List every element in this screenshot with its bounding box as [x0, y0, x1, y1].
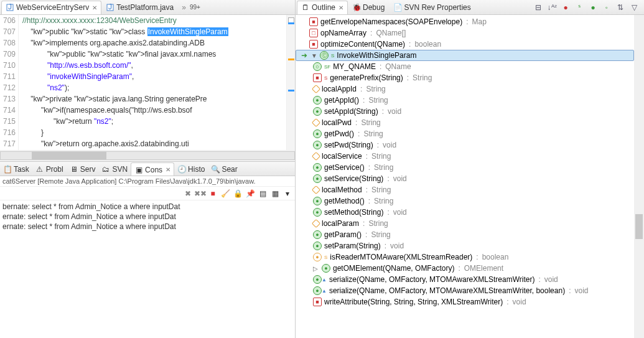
- outline-item[interactable]: ● getParam():String: [296, 229, 634, 240]
- member-type: QName[]: [376, 29, 406, 37]
- code-body[interactable]: //http://xxxx.xxxx.xxxx:12304/WebService…: [19, 15, 286, 150]
- editor-tab-bar: J WebServiceEntryServ ✕ J TestPlatform.j…: [0, 0, 295, 15]
- sort-icon[interactable]: ↓ᴬᶻ: [547, 2, 557, 12]
- outline-tree[interactable]: ■ getEnvelopeNamespaces(SOAPEnvelope):Ma…: [296, 15, 634, 338]
- overview-ruler[interactable]: [286, 15, 295, 150]
- default-field-icon: [312, 219, 320, 228]
- java-file-icon: J: [6, 3, 14, 12]
- member-type: String: [413, 73, 432, 82]
- right-views-tabbar: 🗒 Outline ✕ 🐞 Debug 📄 SVN Rev Properties…: [296, 0, 644, 15]
- outline-item[interactable]: ● setAppId(String):void: [296, 106, 634, 117]
- hide-local-icon[interactable]: ◦: [602, 2, 612, 12]
- editor-tab-second[interactable]: J TestPlatform.java: [101, 1, 178, 14]
- outline-item[interactable]: ●▲ serialize(QName, OMFactory, MTOMAware…: [296, 285, 634, 296]
- member-type: OMElement: [464, 264, 503, 273]
- close-icon[interactable]: ✕: [166, 166, 170, 173]
- focus-icon[interactable]: ⊟: [533, 2, 543, 12]
- private-static-method-icon: ■: [313, 73, 322, 82]
- tab-label: Histo: [188, 165, 205, 174]
- outline-item[interactable]: ■ getEnvelopeNamespaces(SOAPEnvelope):Ma…: [296, 16, 634, 27]
- outline-item[interactable]: ■ optimizeContent(QName):boolean: [296, 39, 634, 50]
- outline-item[interactable]: ■S generatePrefix(String):String: [296, 72, 634, 83]
- close-icon[interactable]: ✕: [338, 4, 343, 11]
- dropdown-icon[interactable]: ▾: [282, 189, 292, 199]
- horizontal-scrollbar[interactable]: [0, 150, 295, 161]
- chevron-right-icon[interactable]: »: [182, 3, 186, 12]
- member-name: localPwd: [322, 118, 352, 127]
- editor-tab-active[interactable]: J WebServiceEntryServ ✕: [1, 1, 101, 14]
- hide-nonpublic-icon[interactable]: ●: [588, 2, 598, 12]
- outline-item[interactable]: ■ writeAttribute(String, String, String,…: [296, 296, 634, 307]
- outline-item[interactable]: ● setPwd(String):void: [296, 139, 634, 151]
- default-field-icon: [312, 85, 320, 93]
- member-type: void: [383, 141, 396, 149]
- tab-outline[interactable]: 🗒 Outline ✕: [297, 1, 348, 14]
- outline-item[interactable]: ● setService(String):void: [296, 173, 634, 184]
- tab-tasks[interactable]: 📋Task: [0, 162, 32, 176]
- hide-fields-icon[interactable]: ●: [561, 2, 571, 12]
- tab-servers[interactable]: 🖥Serv: [67, 162, 99, 176]
- console-output[interactable]: bernate: select * from Admin_Notice a wh…: [0, 200, 295, 338]
- outline-item[interactable]: localParam:String: [296, 218, 634, 229]
- tab-overflow-count[interactable]: 99+: [190, 4, 200, 11]
- terminate-icon[interactable]: ■: [208, 189, 218, 199]
- tab-console[interactable]: ▣Cons✕: [131, 162, 174, 176]
- tab-label: Serv: [80, 165, 96, 174]
- svn-rev-icon: 📄: [393, 3, 402, 12]
- tab-debug[interactable]: 🐞 Debug: [348, 1, 389, 14]
- member-name: localParam: [322, 219, 359, 228]
- tab-svn[interactable]: 🗂SVN: [98, 162, 131, 176]
- member-name: getParam(): [324, 230, 362, 239]
- member-type: String: [371, 185, 391, 194]
- outline-item[interactable]: localPwd:String: [296, 117, 634, 128]
- outline-item[interactable]: ●▲ serialize(QName, OMFactory, MTOMAware…: [296, 274, 634, 285]
- tab-problems[interactable]: ⚠Probl: [32, 162, 67, 176]
- view-menu-icon[interactable]: ▽: [629, 2, 639, 12]
- member-type: String: [374, 197, 393, 205]
- console-line: ernate: select * from Admin_Notice a whe…: [2, 212, 292, 222]
- scroll-lock-icon[interactable]: 🔒: [233, 189, 243, 199]
- member-name: getMethod(): [324, 197, 365, 205]
- outline-item[interactable]: ▷● getOMElement(QName, OMFactory):OMElem…: [296, 263, 634, 274]
- outline-item[interactable]: ●S isReaderMTOMAware(XMLStreamReader):bo…: [296, 251, 634, 263]
- member-type: String: [368, 219, 388, 228]
- tab-history[interactable]: 🕘Histo: [174, 162, 208, 176]
- outline-item[interactable]: ➜▼ⒸS InvokeWithSingleParam: [296, 50, 634, 61]
- outline-item[interactable]: ● getService():String: [296, 162, 634, 173]
- vertical-scrollbar[interactable]: [634, 15, 644, 338]
- outline-item[interactable]: ● setMethod(String):void: [296, 207, 634, 218]
- open-console-icon[interactable]: ▦: [270, 189, 280, 199]
- remove-launch-icon[interactable]: ✖: [183, 189, 193, 199]
- public-method-icon: ●: [313, 129, 322, 138]
- member-type: boolean: [482, 253, 509, 261]
- member-type: void: [393, 208, 407, 217]
- outline-item[interactable]: ● getAppId():String: [296, 95, 634, 106]
- outline-item[interactable]: ● getPwd():String: [296, 128, 634, 139]
- display-selected-icon[interactable]: ▤: [258, 189, 268, 199]
- outline-item[interactable]: localService:String: [296, 151, 634, 162]
- console-line: bernate: select * from Admin_Notice a wh…: [2, 202, 292, 212]
- tab-label: Sear: [222, 165, 237, 174]
- expand-arrow-icon[interactable]: ▷: [313, 265, 319, 272]
- member-type: String: [366, 85, 385, 93]
- pin-console-icon[interactable]: 📌: [245, 189, 255, 199]
- close-icon[interactable]: ✕: [92, 4, 97, 11]
- outline-item[interactable]: ● getMethod():String: [296, 195, 634, 207]
- clear-console-icon[interactable]: 🧹: [220, 189, 230, 199]
- console-line: ernate: select * from Admin_Notice a whe…: [2, 222, 292, 232]
- outline-item[interactable]: localAppId:String: [296, 83, 634, 95]
- outline-item[interactable]: ○SF MY_QNAME:QName: [296, 61, 634, 72]
- tab-search[interactable]: 🔍Sear: [208, 162, 240, 176]
- outline-item[interactable]: localMethod:String: [296, 184, 634, 195]
- code-editor[interactable]: 7067077087097107117127137147157167177187…: [0, 15, 295, 150]
- java-file-icon: J: [106, 3, 114, 12]
- link-editor-icon[interactable]: ⇅: [615, 2, 625, 12]
- hide-static-icon[interactable]: ˢ: [574, 2, 584, 12]
- remove-all-icon[interactable]: ✖✖: [195, 189, 205, 199]
- outline-item[interactable]: □ opNameArray:QName[]: [296, 27, 634, 39]
- tab-svn-rev-properties[interactable]: 📄 SVN Rev Properties: [389, 1, 475, 14]
- member-name: writeAttribute(String, String, String, X…: [324, 298, 503, 306]
- expand-arrow-icon[interactable]: ▼: [311, 52, 317, 59]
- outline-item[interactable]: ● setParam(String):void: [296, 240, 634, 251]
- tab-label: Probl: [46, 165, 63, 174]
